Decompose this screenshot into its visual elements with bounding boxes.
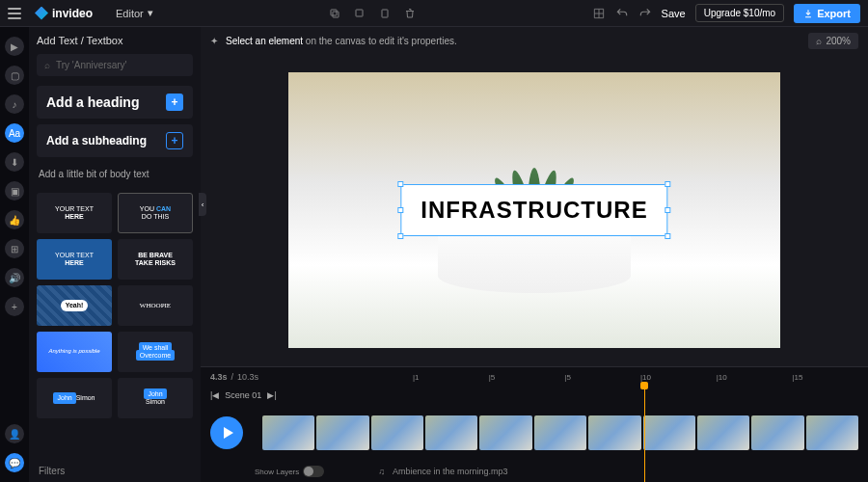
rail-help[interactable]: 💬 bbox=[5, 453, 24, 472]
rail-add[interactable]: + bbox=[5, 297, 24, 316]
text-panel: Add Text / Textbox ⌕ Try 'Anniversary' A… bbox=[29, 27, 201, 482]
clip[interactable] bbox=[806, 415, 858, 450]
text-element[interactable]: INFRASTRUCTURE bbox=[400, 184, 667, 236]
handle-tl[interactable] bbox=[397, 181, 403, 187]
top-bar: invideo Editor ▾ Save Upgrade $10/mo Exp… bbox=[0, 0, 868, 27]
clip[interactable] bbox=[588, 415, 640, 450]
svg-rect-2 bbox=[356, 10, 363, 16]
template-1[interactable]: YOUR TEXTHERE bbox=[37, 193, 112, 233]
scene-row: |◀ Scene 01 ▶| bbox=[201, 387, 868, 404]
clip[interactable] bbox=[643, 415, 695, 450]
next-scene-icon[interactable]: ▶| bbox=[267, 390, 276, 400]
clip-track[interactable] bbox=[262, 415, 858, 450]
brand-name: invideo bbox=[52, 7, 93, 20]
playhead[interactable] bbox=[644, 386, 645, 482]
rail-text[interactable]: Aa bbox=[5, 123, 24, 143]
handle-l[interactable] bbox=[397, 207, 403, 213]
export-button[interactable]: Export bbox=[794, 4, 860, 23]
panel-title: Add Text / Textbox bbox=[37, 35, 193, 46]
template-4[interactable]: BE BRAVETAKE RISKS bbox=[118, 239, 193, 280]
canvas[interactable]: INFRASTRUCTURE bbox=[288, 72, 780, 348]
audio-filename[interactable]: Ambience in the morning.mp3 bbox=[393, 467, 508, 476]
audio-icon: ♫ bbox=[378, 467, 385, 476]
duplicate-icon[interactable] bbox=[354, 8, 366, 19]
handle-r[interactable] bbox=[665, 207, 671, 213]
center-toolbar bbox=[329, 8, 416, 19]
add-heading-row[interactable]: Add a heading + bbox=[37, 86, 193, 119]
rail-volume[interactable]: 🔊 bbox=[5, 268, 24, 287]
rail-thumb[interactable]: 👍 bbox=[5, 210, 24, 229]
download-icon bbox=[803, 9, 813, 18]
template-3[interactable]: YOUR TEXTHERE bbox=[37, 239, 112, 280]
rail-folder[interactable]: ▣ bbox=[5, 181, 24, 201]
template-2[interactable]: YOU CANDO THIS bbox=[118, 193, 193, 233]
grid-icon[interactable] bbox=[592, 7, 606, 20]
svg-rect-0 bbox=[333, 12, 339, 17]
ruler-marks: |1 |5 |5 |10 |10 |15 bbox=[413, 373, 868, 382]
rail-image[interactable]: ▢ bbox=[5, 66, 24, 85]
scene-label[interactable]: Scene 01 bbox=[225, 390, 261, 400]
undo-icon[interactable] bbox=[615, 7, 629, 20]
show-layers-toggle[interactable]: Show Layers bbox=[255, 466, 324, 477]
panel-collapse[interactable]: ‹ bbox=[199, 193, 206, 216]
clip[interactable] bbox=[479, 415, 531, 450]
chevron-down-icon: ▾ bbox=[148, 7, 153, 19]
brand-logo[interactable]: invideo bbox=[35, 7, 93, 20]
copy-icon[interactable] bbox=[329, 8, 340, 19]
time-info: 4.3s/10.3s bbox=[210, 372, 258, 382]
time-ruler: 4.3s/10.3s |1 |5 |5 |10 |10 |15 bbox=[201, 367, 868, 387]
menu-icon[interactable] bbox=[8, 8, 21, 19]
template-5[interactable]: Yeah! bbox=[37, 285, 112, 326]
clip[interactable] bbox=[697, 415, 749, 450]
template-10[interactable]: JohnSimon bbox=[118, 378, 193, 418]
logo-area: invideo Editor ▾ bbox=[8, 7, 153, 20]
clip[interactable] bbox=[262, 415, 314, 450]
rail-video[interactable]: ▶ bbox=[5, 37, 24, 56]
play-button[interactable] bbox=[210, 416, 243, 449]
add-subheading-row[interactable]: Add a subheading + bbox=[37, 124, 193, 157]
upgrade-button[interactable]: Upgrade $10/mo bbox=[695, 4, 785, 22]
timeline: 4.3s/10.3s |1 |5 |5 |10 |10 |15 |◀ Scene… bbox=[201, 366, 868, 482]
svg-rect-1 bbox=[331, 10, 337, 15]
template-8[interactable]: We shallOvercome bbox=[118, 332, 193, 372]
left-rail: ▶ ▢ ♪ Aa ⬇ ▣ 👍 ⊞ 🔊 + 👤 💬 bbox=[0, 27, 29, 482]
template-7[interactable]: Anything is possible bbox=[37, 332, 112, 372]
add-heading-button[interactable]: + bbox=[166, 94, 183, 111]
clip[interactable] bbox=[751, 415, 803, 450]
right-toolbar: Save Upgrade $10/mo Export bbox=[592, 4, 860, 23]
main-area: ▶ ▢ ♪ Aa ⬇ ▣ 👍 ⊞ 🔊 + 👤 💬 Add Text / Text… bbox=[0, 27, 868, 482]
search-input[interactable]: ⌕ Try 'Anniversary' bbox=[37, 54, 193, 76]
zoom-control[interactable]: ⌕ 200% bbox=[808, 33, 858, 49]
editor-dropdown[interactable]: Editor ▾ bbox=[116, 7, 153, 19]
redo-icon[interactable] bbox=[638, 7, 652, 20]
handle-br[interactable] bbox=[665, 233, 671, 239]
filters-button[interactable]: Filters bbox=[29, 460, 201, 482]
rail-account[interactable]: 👤 bbox=[5, 424, 24, 443]
trash-icon[interactable] bbox=[404, 8, 416, 19]
clip[interactable] bbox=[316, 415, 368, 450]
toggle-icon[interactable] bbox=[303, 466, 324, 477]
paste-icon[interactable] bbox=[379, 8, 391, 19]
add-subheading-button[interactable]: + bbox=[166, 132, 183, 149]
audio-row: Show Layers ♫ Ambience in the morning.mp… bbox=[201, 461, 868, 482]
rail-upload[interactable]: ⬇ bbox=[5, 152, 24, 172]
template-6[interactable]: WHOOPIE bbox=[118, 285, 193, 326]
clip[interactable] bbox=[534, 415, 586, 450]
handle-bl[interactable] bbox=[397, 233, 403, 239]
clip[interactable] bbox=[425, 415, 477, 450]
add-body-text[interactable]: Add a little bit of body text bbox=[37, 163, 193, 185]
canvas-wrap: INFRASTRUCTURE bbox=[201, 54, 868, 366]
magnify-icon: ⌕ bbox=[816, 36, 822, 46]
template-9[interactable]: John Simon bbox=[37, 378, 112, 418]
svg-rect-3 bbox=[382, 10, 388, 17]
handle-tr[interactable] bbox=[665, 181, 671, 187]
rail-music[interactable]: ♪ bbox=[5, 94, 24, 114]
save-button[interactable]: Save bbox=[662, 8, 686, 19]
hint-bar: ✦ Select an element on the canvas to edi… bbox=[201, 27, 868, 54]
rail-layout[interactable]: ⊞ bbox=[5, 239, 24, 258]
canvas-area: ✦ Select an element on the canvas to edi… bbox=[201, 27, 868, 482]
sparkle-icon: ✦ bbox=[210, 36, 218, 46]
text-templates: YOUR TEXTHERE YOU CANDO THIS YOUR TEXTHE… bbox=[37, 193, 193, 418]
clip[interactable] bbox=[371, 415, 423, 450]
prev-scene-icon[interactable]: |◀ bbox=[210, 390, 219, 400]
